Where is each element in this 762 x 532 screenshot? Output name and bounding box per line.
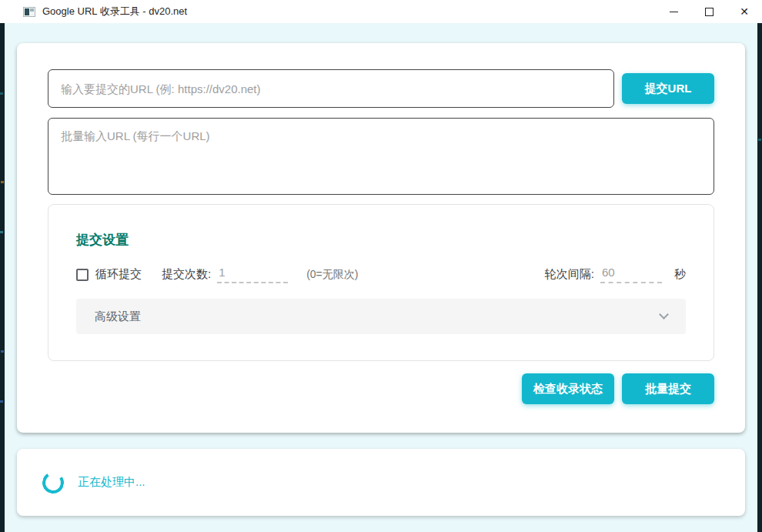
loading-spinner-icon [40, 470, 65, 495]
window-titlebar[interactable]: Google URL 收录工具 - dv20.net ✕ [0, 0, 762, 23]
window-title: Google URL 收录工具 - dv20.net [42, 5, 187, 18]
interval-unit: 秒 [674, 267, 686, 282]
submit-count-label: 提交次数: [162, 267, 211, 282]
close-icon: ✕ [740, 6, 749, 17]
url-submit-row: 提交URL [48, 69, 714, 108]
desktop-artifact [0, 400, 3, 403]
minimize-button[interactable] [656, 0, 691, 23]
settings-card: 提交设置 循环提交 提交次数: (0=无限次) 轮次间隔: 秒 高级设置 [48, 204, 714, 361]
app-icon [23, 7, 35, 17]
advanced-settings-label: 高级设置 [95, 309, 141, 324]
window-controls: ✕ [656, 0, 762, 23]
submit-url-button[interactable]: 提交URL [622, 73, 714, 104]
interval-input[interactable] [600, 266, 662, 283]
submit-count-input[interactable] [217, 266, 288, 283]
processing-text: 正在处理中... [78, 475, 145, 490]
batch-url-textarea[interactable] [48, 118, 714, 195]
desktop-artifact [0, 231, 3, 233]
submit-count-hint: (0=无限次) [306, 268, 358, 282]
check-status-button[interactable]: 检查收录状态 [522, 373, 614, 404]
desktop-artifact [758, 139, 761, 141]
url-input[interactable] [48, 69, 614, 108]
desktop-artifact [0, 92, 3, 95]
settings-title: 提交设置 [76, 231, 686, 249]
maximize-icon [705, 8, 714, 16]
interval-group: 轮次间隔: 秒 [545, 266, 686, 283]
interval-label: 轮次间隔: [545, 267, 594, 282]
loop-submit-checkbox[interactable] [76, 269, 89, 281]
desktop-artifact [1, 181, 4, 183]
close-button[interactable]: ✕ [727, 0, 762, 23]
status-card: 正在处理中... [17, 449, 745, 516]
loop-submit-label: 循环提交 [95, 267, 142, 282]
settings-row: 循环提交 提交次数: (0=无限次) 轮次间隔: 秒 [76, 266, 686, 283]
advanced-settings-bar[interactable]: 高级设置 [76, 299, 686, 334]
chevron-down-icon [659, 309, 669, 320]
actions-row: 检查收录状态 批量提交 [522, 373, 714, 404]
main-card: 提交URL 提交设置 循环提交 提交次数: (0=无限次) 轮次间隔: 秒 高级… [17, 43, 745, 433]
minimize-icon [670, 12, 678, 12]
maximize-button[interactable] [691, 0, 727, 23]
desktop-artifact [1, 350, 4, 353]
app-background: 提交URL 提交设置 循环提交 提交次数: (0=无限次) 轮次间隔: 秒 高级… [5, 23, 757, 532]
batch-submit-button[interactable]: 批量提交 [622, 373, 714, 404]
